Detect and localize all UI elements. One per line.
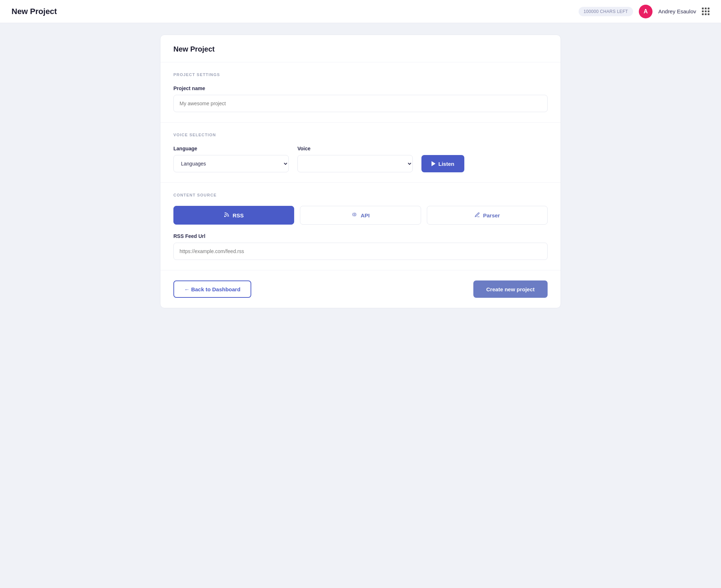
- card-footer: ← Back to Dashboard Create new project: [160, 270, 561, 308]
- rss-icon: [224, 212, 230, 219]
- voice-field: Voice: [297, 146, 413, 172]
- voice-selection-section: VOICE SELECTION Language Languages Voice: [160, 123, 561, 183]
- api-tab-label: API: [360, 212, 370, 218]
- content-source-label: CONTENT SOURCE: [173, 193, 548, 197]
- new-project-card: New Project PROJECT SETTINGS Project nam…: [160, 35, 561, 308]
- user-name: Andrey Esaulov: [658, 8, 696, 14]
- language-select[interactable]: Languages: [173, 155, 289, 172]
- language-field: Language Languages: [173, 146, 289, 172]
- parser-icon: [474, 212, 480, 219]
- source-tabs: RSS API Parser: [173, 206, 548, 225]
- parser-tab-label: Parser: [483, 212, 500, 218]
- listen-button[interactable]: Listen: [421, 155, 464, 172]
- avatar: A: [639, 5, 653, 18]
- project-settings-section: PROJECT SETTINGS Project name: [160, 62, 561, 123]
- play-icon: [432, 161, 435, 166]
- card-title: New Project: [173, 45, 548, 53]
- voice-select[interactable]: [297, 155, 413, 172]
- card-header: New Project: [160, 35, 561, 62]
- back-button-label: ← Back to Dashboard: [184, 286, 240, 292]
- voice-row: Language Languages Voice Listen: [173, 146, 548, 172]
- rss-tab[interactable]: RSS: [173, 206, 294, 225]
- api-icon: [351, 211, 358, 219]
- parser-tab[interactable]: Parser: [427, 206, 548, 225]
- voice-label: Voice: [297, 146, 413, 151]
- create-button-label: Create new project: [486, 286, 535, 292]
- api-tab[interactable]: API: [300, 206, 421, 225]
- voice-selection-label: VOICE SELECTION: [173, 133, 548, 137]
- rss-feed-url-label: RSS Feed Url: [173, 233, 548, 239]
- nav-right: 100000 CHARS LEFT A Andrey Esaulov: [579, 5, 709, 18]
- create-new-project-button[interactable]: Create new project: [473, 280, 548, 298]
- page-title: New Project: [12, 7, 57, 16]
- main-content: New Project PROJECT SETTINGS Project nam…: [151, 35, 570, 308]
- top-nav: New Project 100000 CHARS LEFT A Andrey E…: [0, 0, 721, 23]
- content-source-section: CONTENT SOURCE RSS API: [160, 183, 561, 270]
- chars-badge: 100000 CHARS LEFT: [579, 7, 633, 16]
- grid-menu-icon[interactable]: [702, 8, 709, 15]
- language-label: Language: [173, 146, 289, 151]
- project-name-label: Project name: [173, 85, 548, 91]
- project-settings-label: PROJECT SETTINGS: [173, 72, 548, 77]
- back-to-dashboard-button[interactable]: ← Back to Dashboard: [173, 280, 251, 298]
- listen-button-label: Listen: [438, 161, 454, 167]
- rss-tab-label: RSS: [233, 212, 244, 218]
- rss-feed-url-input[interactable]: [173, 243, 548, 260]
- svg-point-0: [224, 216, 226, 217]
- project-name-input[interactable]: [173, 95, 548, 112]
